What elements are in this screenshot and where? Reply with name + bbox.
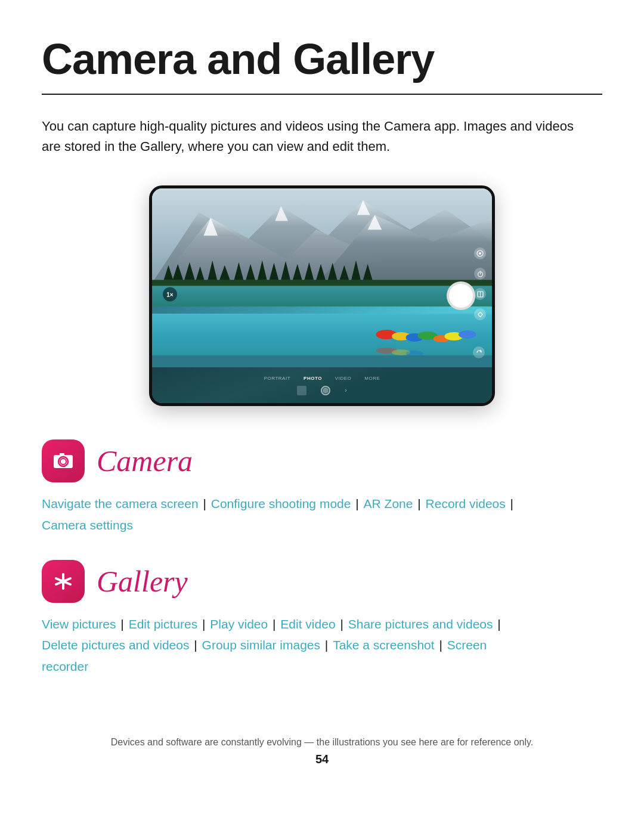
link-navigate-camera[interactable]: Navigate the camera screen	[42, 497, 199, 510]
timer-ctrl-icon	[474, 268, 486, 280]
shutter-ring-icon	[321, 386, 330, 395]
link-view-pictures[interactable]: View pictures	[42, 617, 116, 631]
title-divider	[42, 94, 602, 95]
gallery-icon-svg	[51, 569, 75, 593]
gallery-section-title: Gallery	[97, 564, 188, 599]
sep1: |	[200, 497, 210, 510]
link-screen-recorder-2[interactable]: recorder	[42, 659, 88, 673]
gallery-section-links: View pictures | Edit pictures | Play vid…	[42, 614, 602, 677]
ratio-ctrl-icon	[474, 288, 486, 300]
gsep5: |	[494, 617, 501, 631]
link-ar-zone[interactable]: AR Zone	[364, 497, 413, 510]
tablet-mockup: 1× PORTRAIT PHOTO VIDEO MORE ›	[149, 185, 495, 406]
gsep6: |	[190, 638, 200, 652]
gallery-section: Gallery View pictures | Edit pictures | …	[42, 560, 602, 677]
gallery-thumb-icon	[297, 386, 306, 395]
link-record-videos[interactable]: Record videos	[426, 497, 506, 510]
gallery-app-icon	[42, 560, 85, 603]
page-number: 54	[42, 753, 602, 766]
sep2: |	[352, 497, 362, 510]
settings-ctrl-icon	[474, 247, 486, 259]
device-image-container: 1× PORTRAIT PHOTO VIDEO MORE ›	[42, 185, 602, 406]
gsep1: |	[117, 617, 128, 631]
camera-section-links: Navigate the camera screen | Configure s…	[42, 493, 602, 535]
link-configure-shooting[interactable]: Configure shooting mode	[211, 497, 351, 510]
camera-section-header: Camera	[42, 439, 602, 482]
sep3: |	[414, 497, 424, 510]
footer-note: Devices and software are constantly evol…	[42, 737, 602, 748]
camera-app-icon	[42, 439, 85, 482]
camera-section: Camera Navigate the camera screen | Conf…	[42, 439, 602, 535]
camera-ui-overlay: 1× PORTRAIT PHOTO VIDEO MORE ›	[152, 188, 492, 403]
link-play-video[interactable]: Play video	[210, 617, 268, 631]
link-group-images[interactable]: Group similar images	[202, 638, 320, 652]
effects-ctrl-icon	[474, 308, 486, 320]
right-controls	[474, 206, 486, 361]
shutter-inner-icon	[323, 388, 329, 394]
page-footer: Devices and software are constantly evol…	[42, 701, 602, 766]
svg-point-39	[479, 252, 481, 255]
bottom-controls: ›	[297, 386, 346, 395]
gsep4: |	[337, 617, 347, 631]
camera-bottom-bar: PORTRAIT PHOTO VIDEO MORE ›	[152, 367, 492, 403]
svg-point-46	[478, 312, 482, 316]
tablet-screen: 1× PORTRAIT PHOTO VIDEO MORE ›	[152, 188, 492, 403]
link-screen-recorder[interactable]: Screen	[447, 638, 487, 652]
camera-icon-svg	[51, 449, 75, 473]
shutter-button[interactable]	[447, 281, 475, 310]
zoom-indicator: 1×	[163, 287, 177, 302]
gallery-section-header: Gallery	[42, 560, 602, 603]
link-camera-settings[interactable]: Camera settings	[42, 518, 133, 532]
link-edit-pictures[interactable]: Edit pictures	[129, 617, 198, 631]
mode-tabs: PORTRAIT PHOTO VIDEO MORE	[264, 376, 380, 381]
mode-video: VIDEO	[335, 376, 351, 381]
svg-rect-55	[60, 453, 64, 456]
svg-point-60	[61, 579, 66, 584]
mode-more: MORE	[364, 376, 380, 381]
camera-section-title: Camera	[97, 444, 193, 478]
gsep8: |	[436, 638, 446, 652]
page-title: Camera and Gallery	[42, 36, 602, 83]
link-edit-video[interactable]: Edit video	[280, 617, 335, 631]
mode-portrait: PORTRAIT	[264, 376, 290, 381]
link-delete-pictures[interactable]: Delete pictures and videos	[42, 638, 189, 652]
chevron-right-icon: ›	[345, 387, 346, 394]
gsep7: |	[321, 638, 332, 652]
link-share-pictures[interactable]: Share pictures and videos	[348, 617, 493, 631]
gsep3: |	[269, 617, 279, 631]
mode-photo: PHOTO	[304, 376, 322, 381]
intro-text: You can capture high-quality pictures an…	[42, 116, 590, 157]
gsep2: |	[199, 617, 209, 631]
link-take-screenshot[interactable]: Take a screenshot	[333, 638, 434, 652]
sep4: |	[507, 497, 513, 510]
